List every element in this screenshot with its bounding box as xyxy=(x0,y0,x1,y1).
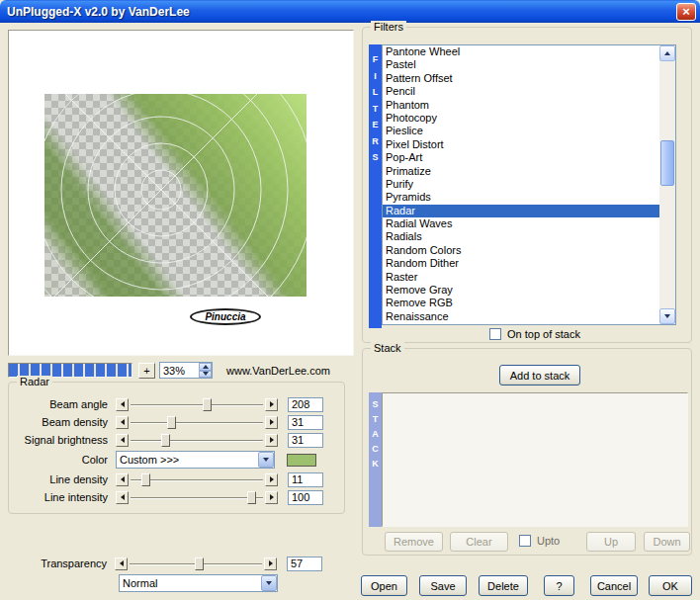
clear-button[interactable]: Clear xyxy=(450,532,508,552)
slider-right-arrow[interactable] xyxy=(265,398,278,411)
zoom-plus-button[interactable]: + xyxy=(138,363,155,379)
slider-thumb[interactable] xyxy=(195,557,204,570)
filter-list-item[interactable]: Primatize xyxy=(383,165,659,178)
line-intensity-slider[interactable] xyxy=(131,490,263,505)
filter-list-item[interactable]: Remove RGB xyxy=(383,297,659,309)
filters-group-label: Filters xyxy=(371,21,406,33)
slider-right-arrow[interactable] xyxy=(265,434,278,447)
open-button[interactable]: Open xyxy=(361,575,407,596)
add-to-stack-button[interactable]: Add to stack xyxy=(499,365,580,386)
stack-group-label: Stack xyxy=(371,342,404,354)
slider-track[interactable] xyxy=(131,404,263,406)
titlebar[interactable]: UnPlugged-X v2.0 by VanDerLee × xyxy=(0,0,700,23)
slider-track[interactable] xyxy=(131,497,263,499)
slider-left-arrow[interactable] xyxy=(115,557,128,570)
signal-brightness-slider[interactable] xyxy=(131,433,263,448)
filter-list-item[interactable]: Pantone Wheel xyxy=(383,45,659,58)
filter-list-item[interactable]: Pencil xyxy=(383,85,659,98)
filter-list-item[interactable]: Purify xyxy=(383,178,659,191)
slider-thumb[interactable] xyxy=(161,434,170,447)
zoom-spinner[interactable] xyxy=(199,363,212,378)
filter-list-item[interactable]: Remove Gray xyxy=(383,284,659,297)
slider-left-arrow[interactable] xyxy=(116,473,129,486)
preview-image[interactable] xyxy=(44,94,306,297)
slider-track[interactable] xyxy=(131,422,263,424)
filter-list-item[interactable]: Raster xyxy=(383,271,659,284)
transparency-slider[interactable] xyxy=(130,557,262,571)
help-button[interactable]: ? xyxy=(544,575,574,596)
filter-list-item[interactable]: Phantom xyxy=(383,99,659,112)
cancel-button[interactable]: Cancel xyxy=(590,575,638,596)
slider-left-arrow[interactable] xyxy=(116,491,129,504)
filter-list-item[interactable]: Radials xyxy=(383,230,659,243)
slider-right-arrow[interactable] xyxy=(265,473,278,486)
on-top-of-stack-checkbox[interactable] xyxy=(489,328,501,340)
zoom-spin-down-icon[interactable] xyxy=(199,371,212,379)
color-combobox[interactable]: Custom >>> xyxy=(116,451,275,469)
param-label: Beam angle xyxy=(13,398,114,410)
delete-button[interactable]: Delete xyxy=(479,575,528,596)
color-row: Color Custom >>> xyxy=(13,449,344,471)
filter-list-item[interactable]: Pattern Offset xyxy=(383,72,659,85)
line-density-value[interactable] xyxy=(288,472,323,487)
zoom-spin-up-icon[interactable] xyxy=(199,363,212,371)
slider-track[interactable] xyxy=(131,479,263,481)
color-swatch[interactable] xyxy=(287,454,316,467)
filter-list-item[interactable]: Pastel xyxy=(383,58,659,71)
slider-left-arrow[interactable] xyxy=(116,416,129,429)
filter-list-item[interactable]: Random Colors xyxy=(383,244,659,257)
scroll-down-icon[interactable] xyxy=(659,308,675,324)
beam-density-value[interactable] xyxy=(288,415,323,430)
line-density-row: Line density xyxy=(13,471,344,488)
stack-list-area[interactable] xyxy=(382,392,688,527)
line-density-slider[interactable] xyxy=(131,472,263,487)
beam-angle-slider[interactable] xyxy=(131,397,263,412)
scroll-thumb[interactable] xyxy=(660,140,674,186)
up-button[interactable]: Up xyxy=(586,532,636,552)
filter-list-item[interactable]: Pyramids xyxy=(383,191,659,204)
param-label: Transparency xyxy=(12,557,113,569)
slider-thumb[interactable] xyxy=(203,398,212,411)
filter-list-item[interactable]: Radar xyxy=(383,205,659,217)
filter-list-item[interactable]: Pixel Distort xyxy=(383,138,659,151)
filter-listbox[interactable]: Pantone WheelPastelPattern OffsetPencilP… xyxy=(382,44,676,325)
line-intensity-value[interactable] xyxy=(288,490,323,505)
close-button[interactable]: × xyxy=(676,3,696,21)
param-label: Line intensity xyxy=(13,491,114,503)
zoom-control[interactable]: 33% xyxy=(159,362,213,379)
filter-list-item[interactable]: Pop-Art xyxy=(383,151,659,164)
slider-right-arrow[interactable] xyxy=(265,416,278,429)
slider-thumb[interactable] xyxy=(141,473,150,486)
stack-vertical-banner: STACK xyxy=(369,392,382,527)
filter-list-item[interactable]: Random Dither xyxy=(383,257,659,270)
slider-right-arrow[interactable] xyxy=(265,491,278,504)
beam-angle-value[interactable] xyxy=(288,397,323,412)
upto-checkbox[interactable] xyxy=(519,535,531,547)
transparency-row: Transparency xyxy=(8,555,345,572)
slider-right-arrow[interactable] xyxy=(264,557,277,570)
beam-density-slider[interactable] xyxy=(131,415,263,430)
down-button[interactable]: Down xyxy=(644,532,690,552)
slider-track[interactable] xyxy=(131,440,263,442)
beam-angle-row: Beam angle xyxy=(13,395,344,413)
filter-list-item[interactable]: Repeat xyxy=(383,323,659,324)
ok-button[interactable]: OK xyxy=(649,575,692,596)
slider-thumb[interactable] xyxy=(247,491,256,504)
filter-list-item[interactable]: Renaissance xyxy=(383,310,659,323)
scroll-up-icon[interactable] xyxy=(659,45,675,61)
slider-left-arrow[interactable] xyxy=(116,434,129,447)
progress-zoom-row: + 33% www.VanDerLee.com xyxy=(8,362,354,379)
filter-list-item[interactable]: Radial Waves xyxy=(383,217,659,230)
slider-left-arrow[interactable] xyxy=(116,398,129,411)
param-label: Color xyxy=(13,454,114,466)
signal-brightness-value[interactable] xyxy=(288,433,323,448)
filter-list-scrollbar[interactable] xyxy=(659,45,675,324)
filter-list-item[interactable]: Photocopy xyxy=(383,112,659,125)
chevron-down-icon[interactable] xyxy=(258,452,274,468)
remove-button[interactable]: Remove xyxy=(385,532,443,552)
window-title: UnPlugged-X v2.0 by VanDerLee xyxy=(7,5,676,19)
filter-list-item[interactable]: Pieslice xyxy=(383,125,659,137)
slider-thumb[interactable] xyxy=(167,416,176,429)
transparency-value[interactable] xyxy=(287,557,322,571)
save-button[interactable]: Save xyxy=(419,575,467,596)
